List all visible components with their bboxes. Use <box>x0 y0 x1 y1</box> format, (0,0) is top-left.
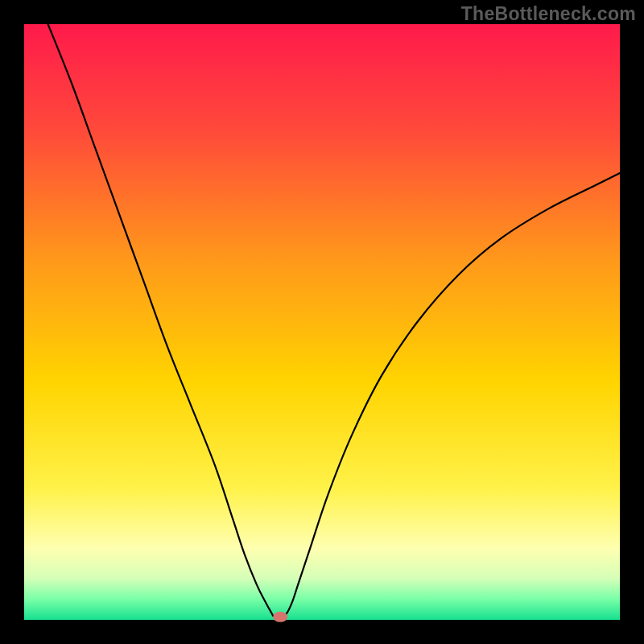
minimum-marker <box>273 612 287 622</box>
chart-frame: TheBottleneck.com <box>0 0 644 644</box>
svg-rect-0 <box>24 24 620 620</box>
bottleneck-chart <box>0 0 644 644</box>
watermark-text: TheBottleneck.com <box>461 3 636 25</box>
